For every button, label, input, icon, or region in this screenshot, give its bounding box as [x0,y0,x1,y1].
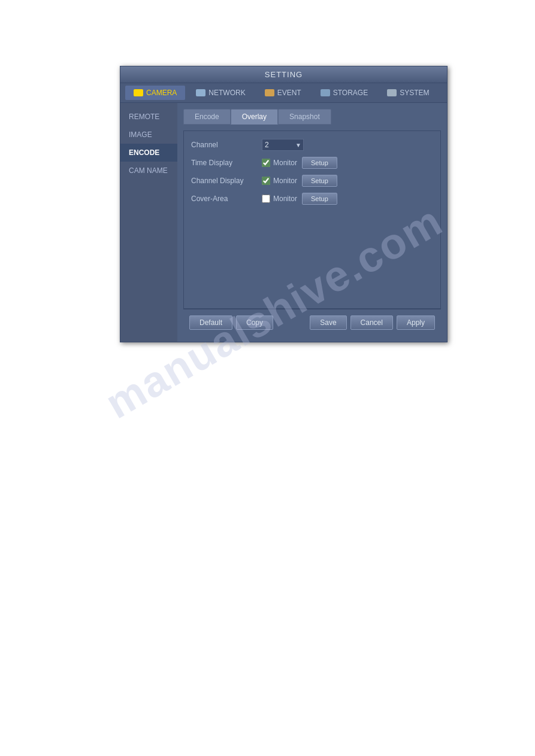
nav-item-camera[interactable]: CAMERA [125,86,185,100]
channel-display-monitor-text: Monitor [273,177,297,185]
bottom-buttons: Default Copy Save Cancel Apply [183,309,441,336]
channel-display-setup-button[interactable]: Setup [302,175,337,187]
tab-overlay[interactable]: Overlay [231,109,278,125]
nav-camera-label: CAMERA [146,89,177,97]
cover-area-label: Cover-Area [191,195,257,203]
nav-event-label: EVENT [277,89,301,97]
sidebar-item-image[interactable]: IMAGE [120,126,177,144]
camera-icon [134,89,143,96]
btn-group-left: Default Copy [189,315,273,330]
cover-area-monitor-checkbox[interactable] [262,195,270,203]
sidebar-item-remote[interactable]: REMOTE [120,108,177,126]
nav-network-label: NETWORK [208,89,245,97]
tab-snapshot[interactable]: Snapshot [278,109,331,125]
time-display-label: Time Display [191,159,257,167]
channel-label: Channel [191,141,257,149]
setting-dialog: SETTING CAMERA NETWORK EVENT STORAGE SYS… [120,66,448,342]
overlay-form: Channel 1 2 3 4 ▼ Time Display [183,130,441,309]
save-button[interactable]: Save [310,315,346,330]
dialog-title: SETTING [120,66,447,83]
cover-area-row: Cover-Area Monitor Setup [189,190,436,208]
storage-icon [321,89,330,96]
channel-display-label: Channel Display [191,177,257,185]
cover-area-setup-button[interactable]: Setup [302,193,337,205]
network-icon [196,89,205,96]
sidebar-item-encode[interactable]: ENCODE [120,144,177,162]
tab-encode[interactable]: Encode [183,109,231,125]
channel-row: Channel 1 2 3 4 ▼ [189,136,436,154]
tab-bar: Encode Overlay Snapshot [183,109,441,125]
copy-button[interactable]: Copy [236,315,273,330]
main-panel: Encode Overlay Snapshot Channel 1 [177,103,447,342]
nav-item-storage[interactable]: STORAGE [312,86,376,100]
channel-display-row: Channel Display Monitor Setup [189,172,436,190]
time-display-monitor-checkbox[interactable] [262,159,270,167]
channel-display-monitor-checkbox[interactable] [262,177,270,185]
nav-storage-label: STORAGE [333,89,368,97]
cover-area-monitor-text: Monitor [273,195,297,203]
nav-system-label: SYSTEM [400,89,429,97]
top-nav: CAMERA NETWORK EVENT STORAGE SYSTEM [120,83,447,103]
cover-area-monitor-checkbox-label[interactable]: Monitor [262,195,297,203]
btn-group-right: Save Cancel Apply [310,315,435,330]
nav-item-network[interactable]: NETWORK [188,86,253,100]
content-area: REMOTE IMAGE ENCODE CAM NAME Encode Over… [120,103,447,342]
nav-item-system[interactable]: SYSTEM [379,86,437,100]
time-display-row: Time Display Monitor Setup [189,154,436,172]
form-spacer [189,208,436,303]
system-icon [387,89,397,96]
title-label: SETTING [265,70,303,79]
channel-select[interactable]: 1 2 3 4 [262,139,304,151]
time-display-monitor-checkbox-label[interactable]: Monitor [262,159,297,167]
sidebar: REMOTE IMAGE ENCODE CAM NAME [120,103,177,342]
time-display-monitor-text: Monitor [273,159,297,167]
sidebar-item-cam-name[interactable]: CAM NAME [120,162,177,180]
channel-select-wrapper: 1 2 3 4 ▼ [262,139,304,151]
apply-button[interactable]: Apply [397,315,435,330]
default-button[interactable]: Default [189,315,232,330]
channel-display-monitor-checkbox-label[interactable]: Monitor [262,177,297,185]
cancel-button[interactable]: Cancel [350,315,393,330]
event-icon [265,89,274,96]
time-display-setup-button[interactable]: Setup [302,157,337,169]
nav-item-event[interactable]: EVENT [256,86,310,100]
